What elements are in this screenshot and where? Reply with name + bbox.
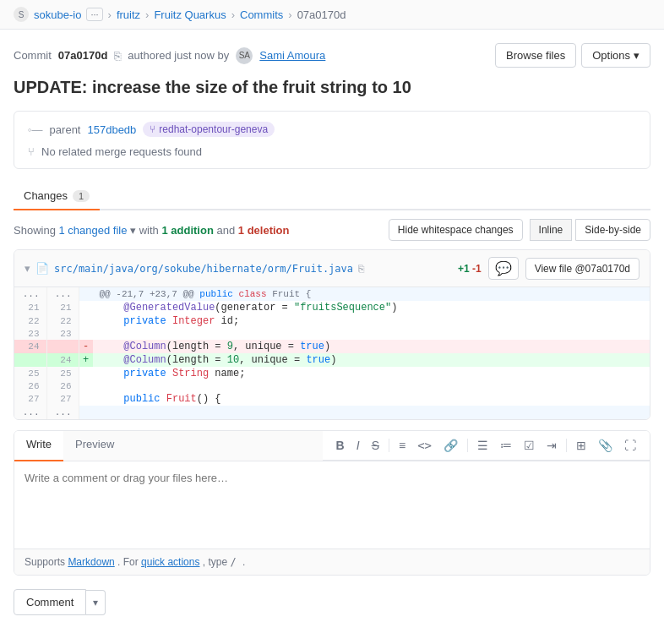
italic-button[interactable]: I — [351, 436, 365, 455]
stat-plus: +1 — [458, 263, 470, 275]
avatar: SA — [236, 47, 253, 64]
merge-icon: ⑂ — [28, 145, 35, 158]
bold-button[interactable]: B — [331, 436, 350, 455]
attachment-button[interactable]: 📎 — [593, 436, 618, 455]
diff-file-path: ▾ 📄 src/main/java/org/sokube/hibernate/o… — [24, 262, 364, 275]
author-link[interactable]: Sami Amoura — [259, 49, 325, 62]
diff-line: 25 25 private String name; — [14, 367, 650, 380]
breadcrumb-org[interactable]: sokube-io — [34, 8, 81, 21]
hide-whitespace-button[interactable]: Hide whitespace changes — [389, 219, 523, 241]
editor-tabs: Write Preview B I S ≡ <> 🔗 ☰ ≔ ☑ ⇥ ⊞ 📎 ⛶ — [14, 431, 650, 461]
authored-text: authored just now by — [128, 49, 229, 62]
shortcut-hint: / — [231, 556, 242, 568]
tab-preview[interactable]: Preview — [63, 431, 126, 461]
diff-table: ... ... @@ -21,7 +23,7 @@ public class F… — [14, 287, 650, 419]
stat-minus: -1 — [472, 263, 482, 275]
bullet-list-button[interactable]: ☰ — [472, 436, 493, 455]
branch-icon: ⑂ — [150, 123, 155, 135]
comment-button[interactable]: Comment — [14, 589, 86, 615]
fullscreen-button[interactable]: ⛶ — [619, 436, 641, 455]
toolbar-sep-1 — [389, 439, 389, 452]
copy-commit-icon[interactable]: ⎘ — [114, 49, 121, 63]
header-actions: Browse files Options ▾ — [495, 43, 650, 68]
diff-line: 21 21 @GeneratedValue(generator = "fruit… — [14, 301, 650, 314]
breadcrumb-project[interactable]: fruitz — [117, 8, 140, 21]
side-by-side-button[interactable]: Side-by-side — [575, 219, 650, 241]
diff-line-deletion: 24 - @Column(length = 9, unique = true) — [14, 340, 650, 353]
markdown-link[interactable]: Markdown — [68, 556, 114, 568]
browse-files-button[interactable]: Browse files — [495, 43, 576, 68]
add-comment-button[interactable]: 💬 — [488, 257, 519, 280]
branch-badge[interactable]: ⑂ redhat-opentour-geneva — [143, 122, 275, 137]
comment-textarea[interactable] — [14, 461, 650, 546]
changes-count-badge: 1 — [73, 190, 90, 202]
inline-view-button[interactable]: Inline — [530, 219, 573, 241]
breadcrumb-section[interactable]: Commits — [240, 8, 283, 21]
table-button[interactable]: ⊞ — [571, 436, 591, 455]
options-chevron-icon: ▾ — [634, 49, 640, 62]
breadcrumb-commit: 07a0170d — [297, 8, 346, 21]
breadcrumb: S sokube-io ··· › fruitz › Fruitz Quarku… — [0, 0, 664, 30]
file-path-text: src/main/java/org/sokube/hibernate/orm/F… — [54, 263, 353, 275]
diff-line: 27 27 public Fruit() { — [14, 392, 650, 406]
submit-area: Comment ▾ — [0, 589, 664, 632]
commit-header: Commit 07a0170d ⎘ authored just now by S… — [0, 30, 664, 74]
changes-tab-bar: Changes 1 — [14, 183, 650, 210]
diff-line: 26 26 — [14, 380, 650, 392]
parent-hash-link[interactable]: 157dbedb — [87, 123, 136, 136]
link-button[interactable]: 🔗 — [438, 436, 463, 455]
blockquote-button[interactable]: ≡ — [394, 436, 411, 455]
commit-title-section: UPDATE: increase the size of the fruit s… — [0, 74, 664, 111]
toolbar-sep-2 — [467, 439, 468, 452]
deletion-count: 1 deletion — [238, 224, 290, 237]
commit-meta: Commit 07a0170d ⎘ authored just now by S… — [14, 47, 325, 64]
changes-dropdown-icon[interactable]: ▾ — [130, 224, 139, 237]
diff-hunk-header: ... ... @@ -21,7 +23,7 @@ public class F… — [14, 287, 650, 301]
merge-row: ⑂ No related merge requests found — [28, 145, 636, 158]
branch-name: redhat-opentour-geneva — [159, 123, 268, 135]
breadcrumb-repo[interactable]: Fruitz Quarkus — [154, 8, 226, 21]
options-button[interactable]: Options ▾ — [581, 43, 650, 68]
diff-collapse-icon[interactable]: ▾ — [24, 262, 30, 275]
diff-line: 23 23 — [14, 328, 650, 340]
diff-controls: Showing 1 changed file ▾ with 1 addition… — [14, 210, 650, 249]
editor-toolbar: B I S ≡ <> 🔗 ☰ ≔ ☑ ⇥ ⊞ 📎 ⛶ — [323, 431, 650, 461]
diff-file-actions: +1 -1 💬 View file @07a0170d — [458, 257, 640, 280]
diff-end-dots: ... ... — [14, 406, 650, 419]
copy-path-icon[interactable]: ⎘ — [358, 263, 364, 275]
diff-line: 22 22 private Integer id; — [14, 314, 650, 328]
strikethrough-button[interactable]: S — [367, 436, 384, 455]
tab-changes[interactable]: Changes 1 — [14, 183, 100, 210]
commit-info-box: ◦— parent 157dbedb ⑂ redhat-opentour-gen… — [14, 111, 650, 169]
view-file-button[interactable]: View file @07a0170d — [525, 258, 640, 280]
diff-line-addition: 24 + @Column(length = 10, unique = true) — [14, 353, 650, 367]
commit-title: UPDATE: increase the size of the fruit s… — [14, 78, 650, 97]
changes-section: Changes 1 Showing 1 changed file ▾ with … — [0, 183, 664, 420]
tab-write[interactable]: Write — [14, 431, 63, 461]
parent-row: ◦— parent 157dbedb ⑂ redhat-opentour-gen… — [28, 122, 636, 137]
toolbar-sep-3 — [566, 439, 567, 452]
addition-count: 1 addition — [161, 224, 213, 237]
diff-summary: Showing 1 changed file ▾ with 1 addition… — [14, 224, 289, 237]
changed-file-link[interactable]: 1 changed file — [59, 224, 128, 237]
comment-editor: Write Preview B I S ≡ <> 🔗 ☰ ≔ ☑ ⇥ ⊞ 📎 ⛶… — [14, 430, 650, 576]
commit-label: Commit — [14, 49, 52, 62]
commit-id: 07a0170d — [58, 49, 108, 62]
diff-file-header: ▾ 📄 src/main/java/org/sokube/hibernate/o… — [14, 250, 650, 287]
diff-file: ▾ 📄 src/main/java/org/sokube/hibernate/o… — [14, 249, 650, 420]
comment-dropdown-button[interactable]: ▾ — [86, 590, 106, 615]
indent-button[interactable]: ⇥ — [542, 436, 562, 455]
editor-footer: Supports Markdown . For quick actions , … — [14, 548, 650, 575]
numbered-list-button[interactable]: ≔ — [495, 436, 517, 455]
parent-icon: ◦— — [28, 123, 43, 136]
file-icon: 📄 — [35, 262, 49, 275]
diff-stat: +1 -1 — [458, 263, 482, 275]
breadcrumb-more[interactable]: ··· — [86, 8, 102, 21]
diff-view-controls: Hide whitespace changes Inline Side-by-s… — [389, 219, 650, 241]
task-list-button[interactable]: ☑ — [519, 436, 540, 455]
org-avatar-icon: S — [14, 7, 29, 22]
merge-note: No related merge requests found — [41, 145, 202, 158]
code-button[interactable]: <> — [412, 436, 437, 455]
quick-actions-link[interactable]: quick actions — [141, 556, 199, 568]
